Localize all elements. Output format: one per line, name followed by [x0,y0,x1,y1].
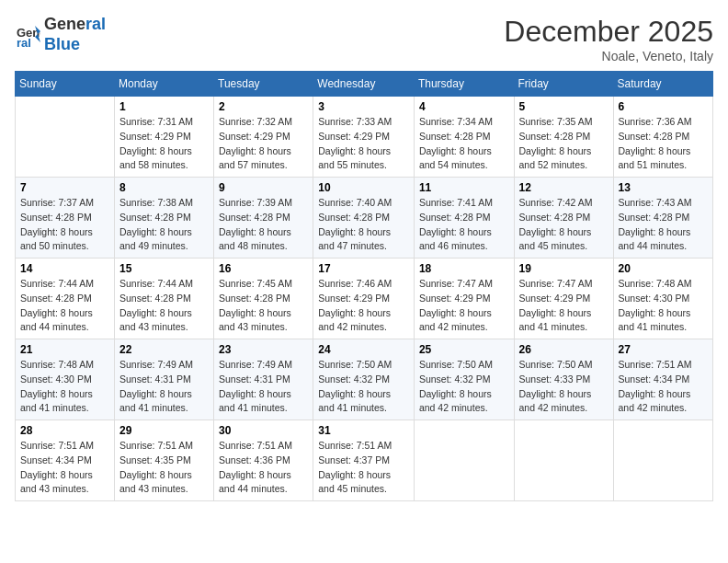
day-detail: Sunrise: 7:37 AM Sunset: 4:28 PM Dayligh… [20,196,109,254]
day-detail: Sunrise: 7:36 AM Sunset: 4:28 PM Dayligh… [619,115,708,173]
day-detail: Sunrise: 7:48 AM Sunset: 4:30 PM Dayligh… [20,358,109,416]
day-number: 24 [318,343,409,356]
calendar-cell: 9 Sunrise: 7:39 AM Sunset: 4:28 PM Dayli… [214,178,313,259]
calendar-cell: 22 Sunrise: 7:49 AM Sunset: 4:31 PM Dayl… [115,339,214,420]
day-detail: Sunrise: 7:38 AM Sunset: 4:28 PM Dayligh… [119,196,209,254]
day-number: 31 [318,424,409,437]
calendar-cell: 5 Sunrise: 7:35 AM Sunset: 4:28 PM Dayli… [514,97,613,178]
calendar-cell: 16 Sunrise: 7:45 AM Sunset: 4:28 PM Dayl… [214,259,313,339]
day-header-sunday: Sunday [16,72,115,97]
day-header-friday: Friday [514,72,613,97]
day-number: 16 [219,262,308,275]
calendar-cell: 29 Sunrise: 7:51 AM Sunset: 4:35 PM Dayl… [115,420,214,501]
day-detail: Sunrise: 7:49 AM Sunset: 4:31 PM Dayligh… [219,358,308,416]
logo-text: GeneralBlue [44,15,106,54]
day-number: 23 [219,343,308,356]
day-detail: Sunrise: 7:49 AM Sunset: 4:31 PM Dayligh… [119,358,209,416]
calendar-cell: 26 Sunrise: 7:50 AM Sunset: 4:33 PM Dayl… [514,339,613,420]
calendar-cell: 15 Sunrise: 7:44 AM Sunset: 4:28 PM Dayl… [115,259,214,339]
calendar-cell: 11 Sunrise: 7:41 AM Sunset: 4:28 PM Dayl… [414,178,514,259]
calendar-cell [16,97,115,178]
calendar-cell: 27 Sunrise: 7:51 AM Sunset: 4:34 PM Dayl… [613,339,712,420]
logo-icon: Gene ral [15,22,40,48]
calendar-cell [414,420,514,501]
day-header-wednesday: Wednesday [313,72,415,97]
day-detail: Sunrise: 7:41 AM Sunset: 4:28 PM Dayligh… [419,196,509,254]
calendar-week-2: 7 Sunrise: 7:37 AM Sunset: 4:28 PM Dayli… [16,178,713,259]
day-number: 21 [20,343,109,356]
calendar-cell: 14 Sunrise: 7:44 AM Sunset: 4:28 PM Dayl… [16,259,115,339]
calendar-cell: 21 Sunrise: 7:48 AM Sunset: 4:30 PM Dayl… [16,339,115,420]
day-number: 4 [419,100,509,113]
day-number: 29 [119,424,209,437]
calendar-body: 1 Sunrise: 7:31 AM Sunset: 4:29 PM Dayli… [16,97,713,501]
day-number: 9 [219,181,308,194]
calendar-cell: 2 Sunrise: 7:32 AM Sunset: 4:29 PM Dayli… [214,97,313,178]
day-detail: Sunrise: 7:50 AM Sunset: 4:32 PM Dayligh… [318,358,409,416]
calendar-cell: 10 Sunrise: 7:40 AM Sunset: 4:28 PM Dayl… [313,178,415,259]
calendar-cell: 1 Sunrise: 7:31 AM Sunset: 4:29 PM Dayli… [115,97,214,178]
location: Noale, Veneto, Italy [504,49,713,63]
day-detail: Sunrise: 7:35 AM Sunset: 4:28 PM Dayligh… [519,115,609,173]
day-detail: Sunrise: 7:44 AM Sunset: 4:28 PM Dayligh… [20,277,109,335]
calendar-cell: 28 Sunrise: 7:51 AM Sunset: 4:34 PM Dayl… [16,420,115,501]
day-number: 22 [119,343,209,356]
day-number: 8 [119,181,209,194]
calendar-week-4: 21 Sunrise: 7:48 AM Sunset: 4:30 PM Dayl… [16,339,713,420]
day-number: 7 [20,181,109,194]
day-number: 1 [119,100,209,113]
day-number: 15 [119,262,209,275]
day-detail: Sunrise: 7:33 AM Sunset: 4:29 PM Dayligh… [318,115,409,173]
calendar-cell: 19 Sunrise: 7:47 AM Sunset: 4:29 PM Dayl… [514,259,613,339]
day-number: 30 [219,424,308,437]
day-header-thursday: Thursday [414,72,514,97]
day-detail: Sunrise: 7:34 AM Sunset: 4:28 PM Dayligh… [419,115,509,173]
day-number: 11 [419,181,509,194]
day-header-saturday: Saturday [613,72,712,97]
day-detail: Sunrise: 7:51 AM Sunset: 4:37 PM Dayligh… [318,439,409,497]
calendar-cell: 24 Sunrise: 7:50 AM Sunset: 4:32 PM Dayl… [313,339,415,420]
calendar-cell: 30 Sunrise: 7:51 AM Sunset: 4:36 PM Dayl… [214,420,313,501]
day-number: 17 [318,262,409,275]
day-detail: Sunrise: 7:40 AM Sunset: 4:28 PM Dayligh… [318,196,409,254]
calendar-cell: 7 Sunrise: 7:37 AM Sunset: 4:28 PM Dayli… [16,178,115,259]
day-detail: Sunrise: 7:31 AM Sunset: 4:29 PM Dayligh… [119,115,209,173]
day-number: 2 [219,100,308,113]
day-header-tuesday: Tuesday [214,72,313,97]
calendar-cell: 18 Sunrise: 7:47 AM Sunset: 4:29 PM Dayl… [414,259,514,339]
calendar-cell: 23 Sunrise: 7:49 AM Sunset: 4:31 PM Dayl… [214,339,313,420]
day-detail: Sunrise: 7:46 AM Sunset: 4:29 PM Dayligh… [318,277,409,335]
day-number: 20 [619,262,708,275]
day-number: 12 [519,181,609,194]
day-detail: Sunrise: 7:50 AM Sunset: 4:33 PM Dayligh… [519,358,609,416]
calendar-cell [514,420,613,501]
calendar-cell: 6 Sunrise: 7:36 AM Sunset: 4:28 PM Dayli… [613,97,712,178]
page-header: Gene ral GeneralBlue December 2025 Noale… [15,15,713,63]
day-detail: Sunrise: 7:51 AM Sunset: 4:34 PM Dayligh… [619,358,708,416]
day-detail: Sunrise: 7:51 AM Sunset: 4:36 PM Dayligh… [219,439,308,497]
logo: Gene ral GeneralBlue [15,15,106,54]
day-detail: Sunrise: 7:51 AM Sunset: 4:34 PM Dayligh… [20,439,109,497]
day-detail: Sunrise: 7:48 AM Sunset: 4:30 PM Dayligh… [619,277,708,335]
day-number: 25 [419,343,509,356]
svg-text:ral: ral [17,36,31,48]
calendar-cell: 31 Sunrise: 7:51 AM Sunset: 4:37 PM Dayl… [313,420,415,501]
calendar-week-1: 1 Sunrise: 7:31 AM Sunset: 4:29 PM Dayli… [16,97,713,178]
day-detail: Sunrise: 7:32 AM Sunset: 4:29 PM Dayligh… [219,115,308,173]
day-detail: Sunrise: 7:50 AM Sunset: 4:32 PM Dayligh… [419,358,509,416]
day-number: 13 [619,181,708,194]
day-header-monday: Monday [115,72,214,97]
day-number: 18 [419,262,509,275]
calendar-cell: 4 Sunrise: 7:34 AM Sunset: 4:28 PM Dayli… [414,97,514,178]
calendar-cell: 17 Sunrise: 7:46 AM Sunset: 4:29 PM Dayl… [313,259,415,339]
day-detail: Sunrise: 7:47 AM Sunset: 4:29 PM Dayligh… [419,277,509,335]
day-detail: Sunrise: 7:43 AM Sunset: 4:28 PM Dayligh… [619,196,708,254]
calendar-header-row: SundayMondayTuesdayWednesdayThursdayFrid… [16,72,713,97]
day-detail: Sunrise: 7:39 AM Sunset: 4:28 PM Dayligh… [219,196,308,254]
day-detail: Sunrise: 7:44 AM Sunset: 4:28 PM Dayligh… [119,277,209,335]
day-detail: Sunrise: 7:42 AM Sunset: 4:28 PM Dayligh… [519,196,609,254]
day-number: 3 [318,100,409,113]
day-detail: Sunrise: 7:45 AM Sunset: 4:28 PM Dayligh… [219,277,308,335]
day-number: 26 [519,343,609,356]
calendar-cell: 13 Sunrise: 7:43 AM Sunset: 4:28 PM Dayl… [613,178,712,259]
